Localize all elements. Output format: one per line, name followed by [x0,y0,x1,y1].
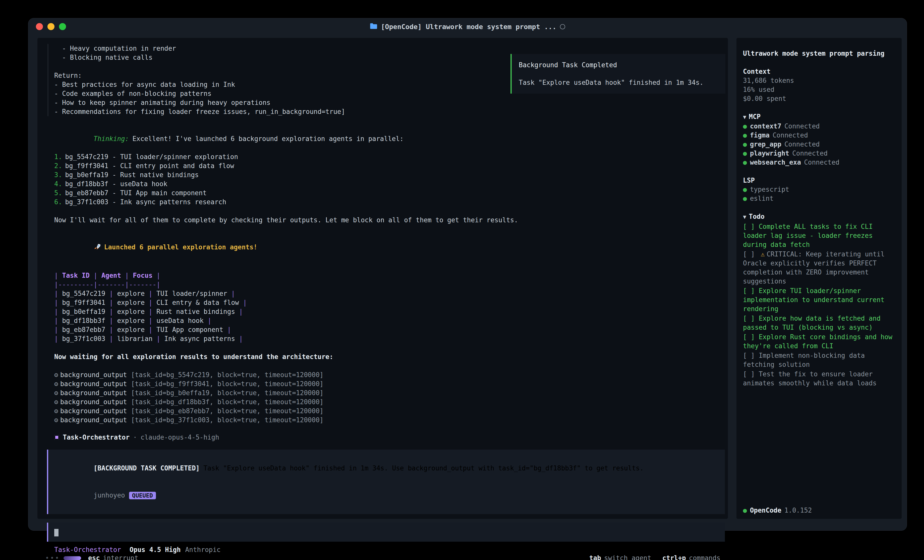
launch-banner-text: Launched 6 parallel exploration agents! [104,243,257,251]
completed-task-meta: junhoyeoQUEUED [54,482,719,509]
launch-banner: Launched 6 parallel exploration agents! [54,234,720,262]
list-number: 3. [54,171,62,179]
mcp-item: ●grep_appConnected [743,140,895,149]
folder-icon [370,23,377,30]
app-window: [OpenCode] Ultrawork mode system prompt … [28,18,907,531]
tool-args: [task_id=bg_df18bb3f, block=true, timeou… [127,398,324,406]
mcp-status: Connected [772,132,808,139]
lsp-item: ●eslint [743,194,895,203]
mcp-section: ▼MCP ●context7Connected ●figmaConnected … [743,112,895,167]
app-name: OpenCode [750,506,782,514]
tab-key-label: switch agent [604,554,651,560]
todo-item: [ ] ⚠CRITICAL: Keep iterating until Orac… [743,250,895,286]
mcp-name: websearch_exa [750,159,801,166]
status-dot-icon: ● [743,186,747,193]
background-task-notification: Background Task Completed Task "Explore … [510,54,725,94]
list-number: 5. [54,189,62,197]
table-row: | bg_df18bb3f | explore | useData hook | [54,316,720,325]
completed-task-message: [BACKGROUND TASK COMPLETED]Task "Explore… [54,455,719,482]
progress-spinner-icon [63,556,81,560]
mcp-name: grep_app [750,141,782,148]
table-row: | bg_b0effa19 | explore | Rust native bi… [54,307,720,316]
agent-desc: bg_eb87ebb7 - TUI App main component [65,189,207,197]
todo-checkbox: [ ] [743,314,759,322]
tool-name: background_output [60,380,127,388]
mcp-status: Connected [792,150,828,157]
agent-list-item: 3.bg_b0effa19 - Rust native bindings [54,170,720,180]
table-row: | bg_37f1c003 | librarian | Ink async pa… [54,334,720,343]
app-version: 1.0.152 [784,506,812,514]
mcp-item: ●figmaConnected [743,131,895,140]
transcript-line: - Heavy computation in render [54,44,720,53]
gear-icon: ⚙ [54,416,58,424]
status-ring-icon [560,24,565,29]
gear-icon: ⚙ [54,407,58,415]
mcp-item: ●websearch_exaConnected [743,158,895,167]
mcp-name: context7 [750,123,782,130]
table-cell: TUI App component [156,326,223,334]
lsp-name: eslint [750,195,774,202]
text-cursor [54,529,58,536]
lsp-item: ●typescript [743,185,895,194]
notification-body: Task "Explore useData hook" finished in … [519,78,718,87]
table-header-cell: Focus [133,272,152,279]
tab-key-hint-group: tab switch agent [589,554,651,560]
prompt-input[interactable] [47,523,725,542]
table-cell: useData hook [156,317,204,324]
lsp-heading: LSP [743,176,895,185]
todo-checkbox: [ ] [743,370,759,378]
mcp-section-header[interactable]: ▼MCP [743,112,895,122]
table-header-cell: Agent [102,272,121,279]
gear-icon: ⚙ [54,371,58,379]
completed-task-label: [BACKGROUND TASK COMPLETED] [94,464,200,472]
todo-section-header[interactable]: ▼Todo [743,212,895,222]
active-model: Opus 4.5 High [129,545,181,554]
agent-list-item: 5.bg_eb87ebb7 - TUI App main component [54,189,720,198]
todo-checkbox: [ ] [743,352,759,359]
mcp-status: Connected [784,123,820,130]
tool-args: [task_id=bg_b0effa19, block=true, timeou… [127,389,324,397]
tool-name: background_output [60,371,127,379]
mcp-name: playwright [750,150,789,157]
agent-list-item: 1.bg_5547c219 - TUI loader/spinner explo… [54,152,720,161]
todo-text: Explore TUI loader/spinner implementatio… [743,287,888,313]
transcript-line: - How to keep spinner animating during h… [54,98,720,107]
list-number: 2. [54,162,62,169]
status-bar: ••• esc interrupt tab switch agent ctrl+… [38,554,728,560]
esc-key-label: interrupt [103,554,138,560]
todo-heading: Todo [749,213,765,220]
agent-desc: bg_5547c219 - TUI loader/spinner explora… [65,153,238,160]
context-section: Context 31,686 tokens 16% used $0.00 spe… [743,67,895,103]
table-header-row: | Task ID | Agent | Focus | [54,271,720,280]
table-header-cell: Task ID [62,272,90,279]
table-cell: bg_df18bb3f [62,317,105,324]
session-title: Ultrawork mode system prompt parsing [743,49,895,58]
mcp-item: ●context7Connected [743,122,895,131]
list-number: 1. [54,153,62,160]
agent-desc: bg_37f1c003 - Ink async patterns researc… [65,198,226,206]
tool-call-line: ⚙background_output [task_id=bg_5547c219,… [54,370,720,379]
sidebar: Ultrawork mode system prompt parsing Con… [736,38,902,519]
tool-args: [task_id=bg_37f1c003, block=true, timeou… [127,416,324,424]
agent-status-line: Task-Orchestrator · claude-opus-4-5-high [54,434,720,441]
separator: · [133,434,137,441]
gear-icon: ⚙ [54,380,58,388]
todo-text: CRITICAL: Keep iterating until Oracle ex… [743,250,889,285]
transcript: - Heavy computation in render - Blocking… [38,44,728,441]
todo-item: [ ] Explore TUI loader/spinner implement… [743,286,895,313]
agent-name: Task-Orchestrator [63,434,129,441]
table-cell: bg_5547c219 [62,290,105,297]
transcript-line: - Recommendations for fixing loader free… [54,107,720,116]
context-tokens: 31,686 tokens [743,76,895,85]
todo-text: Test the fix to ensure loader animates s… [743,370,876,387]
todo-text: Explore how data is fetched and passed t… [743,314,885,331]
agent-desc: bg_b0effa19 - Rust native bindings [65,171,199,179]
window-title: [OpenCode] Ultrawork mode system prompt … [381,23,556,31]
tool-name: background_output [60,407,127,415]
queued-badge: QUEUED [129,492,156,499]
table-cell: bg_37f1c003 [62,335,105,343]
tool-call-line: ⚙background_output [task_id=bg_eb87ebb7,… [54,406,720,415]
sidebar-footer: ●OpenCode1.0.152 [743,506,895,515]
todo-checkbox: [ ] [743,223,759,230]
status-dot-icon: ● [743,159,747,166]
